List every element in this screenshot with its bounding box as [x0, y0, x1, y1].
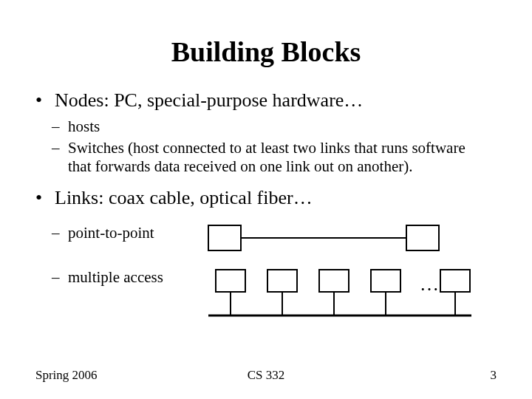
bullet-links-p2p: point-to-point [52, 224, 207, 242]
bullet-links: Links: coax cable, optical fiber… [35, 186, 497, 211]
slide: Building Blocks Nodes: PC, special-purpo… [0, 0, 532, 399]
footer-center: CS 332 [35, 368, 497, 383]
bullet-nodes-switches: Switches (host connected to at least two… [52, 139, 466, 176]
svg-rect-10 [371, 270, 400, 292]
diagram-multiple-access: … [207, 268, 497, 320]
ellipsis-text: … [420, 273, 439, 295]
bullet-list: Nodes: PC, special-purpose hardware… hos… [35, 89, 497, 320]
svg-rect-8 [319, 270, 349, 292]
row-multiple-access: multiple access … [52, 268, 497, 320]
svg-rect-12 [440, 270, 470, 292]
row-point-to-point: point-to-point [52, 224, 497, 255]
svg-rect-0 [208, 225, 241, 250]
slide-footer: Spring 2006 CS 332 3 [35, 368, 497, 383]
svg-rect-4 [216, 270, 245, 292]
diagram-point-to-point [207, 224, 497, 255]
slide-title: Building Blocks [35, 35, 497, 68]
svg-rect-2 [406, 225, 439, 250]
bullet-links-multi: multiple access [52, 268, 207, 287]
svg-rect-6 [267, 270, 297, 292]
bullet-nodes-hosts: hosts [52, 117, 466, 136]
bullet-nodes: Nodes: PC, special-purpose hardware… [35, 89, 497, 113]
